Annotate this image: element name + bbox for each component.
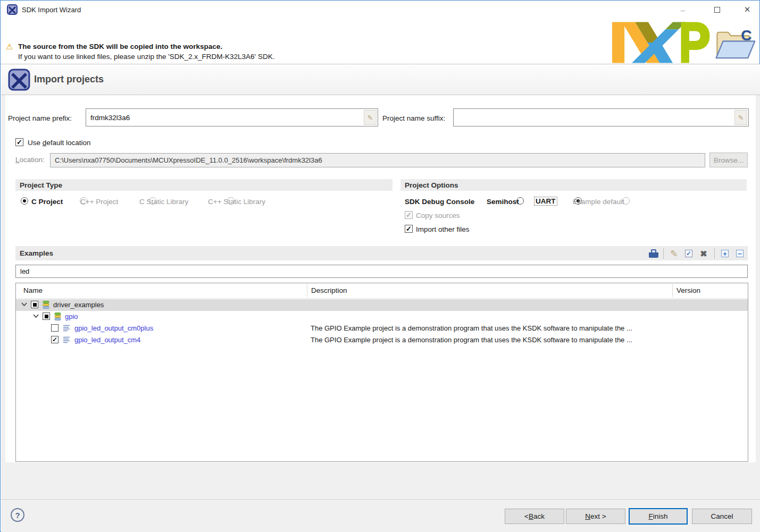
table-row[interactable]: gpio [16, 311, 748, 323]
maximize-icon [714, 7, 720, 13]
radio-semihost-label[interactable]: Semihost [487, 198, 519, 206]
warning-icon: ⚠ [6, 42, 13, 52]
collapse-all-icon[interactable]: − [733, 247, 746, 260]
right-margin [756, 95, 760, 462]
copy-sources-label: Copy sources [416, 212, 460, 219]
project-options-header: Project Options [400, 179, 747, 191]
column-header-description[interactable]: Description [311, 286, 347, 294]
radio-cpp-static-library-label[interactable]: C++ Static Library [208, 198, 265, 206]
suffix-edit-icon[interactable]: ✎ [734, 110, 747, 125]
use-default-location-label: Use default location [28, 139, 91, 147]
tree-item-label[interactable]: driver_examples [53, 301, 104, 309]
location-label: Location: [15, 156, 45, 164]
location-field: C:\Users\nxa07750\Documents\MCUXpressoID… [50, 153, 705, 167]
category-layers-icon [54, 313, 61, 320]
import-other-files-checkbox[interactable]: ✓ [405, 225, 413, 233]
finish-button[interactable]: Finish [629, 508, 688, 525]
prefix-edit-icon[interactable]: ✎ [364, 110, 377, 125]
tristate-checkbox[interactable] [43, 313, 50, 320]
close-button[interactable]: ✕ [735, 1, 759, 19]
suffix-label: Project name suffix: [382, 114, 445, 122]
column-header-version[interactable]: Version [677, 286, 700, 294]
example-checkbox-checked[interactable]: ✓ [51, 336, 59, 343]
edit-example-icon[interactable]: ✎ [667, 247, 680, 260]
prefix-input[interactable] [86, 108, 378, 126]
select-all-icon[interactable]: ✓ [682, 247, 695, 260]
cancel-button[interactable]: Cancel [692, 509, 752, 524]
clear-selection-icon[interactable]: ✖ [697, 247, 710, 260]
examples-header: Examples [15, 246, 748, 260]
prefix-label: Project name prefix: [8, 114, 72, 122]
sdk-import-wizard-window: SDK Import Wizard – ✕ ⚠ The source from … [0, 0, 760, 532]
table-row[interactable]: driver_examples [16, 299, 748, 311]
left-margin [1, 95, 5, 462]
warning-message-line1: The source from the SDK will be copied i… [18, 43, 222, 50]
tree-item-label[interactable]: gpio_led_output_cm0plus [74, 324, 153, 332]
radio-c-project-label[interactable]: C Project [31, 198, 63, 206]
app-icon [7, 4, 18, 15]
radio-c-project[interactable] [21, 197, 28, 205]
import-example-icon[interactable] [647, 247, 660, 260]
example-description: The GPIO Example project is a demonstrat… [311, 336, 632, 344]
sdk-folder-icon: C [712, 27, 757, 62]
example-file-icon [63, 324, 70, 332]
warning-message-line2: If you want to use linked files, please … [18, 53, 274, 61]
chevron-down-icon[interactable] [33, 314, 39, 318]
use-default-location-checkbox[interactable]: ✓ [15, 138, 23, 146]
radio-uart-label[interactable]: UART [534, 197, 557, 205]
help-button[interactable]: ? [11, 508, 24, 522]
import-other-files-label[interactable]: Import other files [416, 225, 470, 233]
expand-all-icon[interactable]: + [719, 247, 731, 260]
tristate-checkbox[interactable] [31, 301, 38, 308]
radio-example-default-label[interactable]: Example default [573, 198, 624, 206]
browse-button[interactable]: Browse... [709, 153, 748, 167]
table-row[interactable]: ✓ gpio_led_output_cm4 The GPIO Example p… [16, 334, 748, 346]
examples-table: Name Description Version driver_examples [15, 283, 748, 462]
suffix-input[interactable] [453, 108, 749, 126]
nxp-logo: NXP [612, 22, 711, 63]
category-layers-icon [43, 301, 49, 309]
next-button[interactable]: Next > [566, 509, 625, 524]
example-description: The GPIO Example project is a demonstrat… [311, 324, 632, 332]
footer-spacer [1, 462, 760, 500]
page-title: Import projects [34, 74, 104, 85]
example-file-icon [63, 336, 70, 343]
chevron-down-icon[interactable] [21, 302, 27, 307]
tree-item-label[interactable]: gpio [65, 313, 78, 320]
tree-item-label[interactable]: gpio_led_output_cm4 [74, 336, 140, 344]
window-title: SDK Import Wizard [22, 6, 81, 14]
sdk-debug-console-label: SDK Debug Console [405, 198, 474, 206]
import-projects-icon [8, 69, 30, 91]
titlebar: SDK Import Wizard – ✕ [1, 1, 759, 20]
radio-c-static-library-label[interactable]: C Static Library [139, 198, 188, 206]
project-type-header: Project Type [15, 179, 392, 191]
radio-cpp-project-label[interactable]: C++ Project [80, 198, 118, 206]
wizard-banner: Import projects [1, 64, 760, 95]
back-button[interactable]: < Back [505, 509, 564, 524]
minimize-button[interactable]: – [671, 1, 695, 19]
example-checkbox-unchecked[interactable] [51, 324, 59, 332]
examples-filter-input[interactable] [15, 265, 748, 278]
maximize-button[interactable] [705, 1, 729, 19]
copy-sources-checkbox: ✓ [405, 211, 413, 219]
column-header-name[interactable]: Name [23, 286, 43, 294]
table-row[interactable]: gpio_led_output_cm0plus The GPIO Example… [16, 323, 748, 334]
